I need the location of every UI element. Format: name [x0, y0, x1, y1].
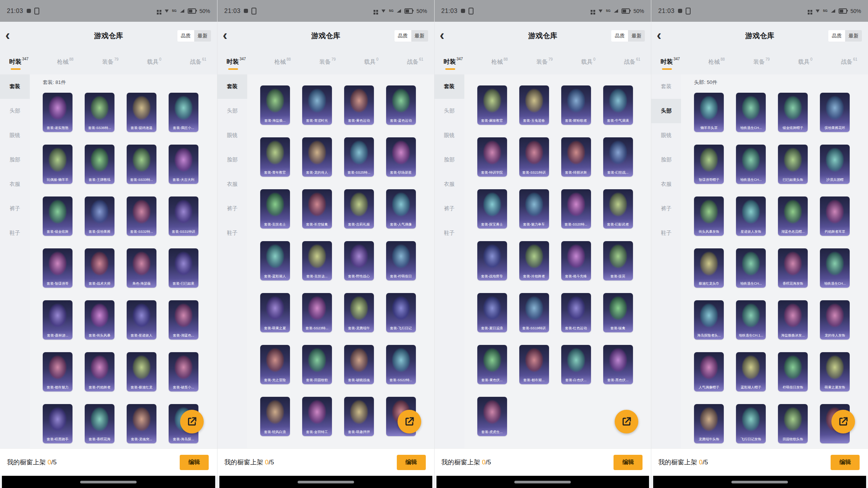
- item-card[interactable]: 镶金炫舞帽子: [778, 93, 808, 132]
- tab-weapons[interactable]: 枪械88: [491, 53, 509, 71]
- item-card[interactable]: 套装-龙腾端午: [344, 293, 374, 332]
- share-fab[interactable]: [615, 410, 638, 433]
- sort-latest-button[interactable]: 最新: [194, 30, 211, 42]
- item-card[interactable]: 玩偶服-懒羊羊: [43, 145, 72, 184]
- item-card[interactable]: 地铁逃生CH...: [736, 93, 766, 132]
- item-card[interactable]: 套装-青年教官: [260, 137, 290, 177]
- item-card[interactable]: 套装-SS36特...: [85, 93, 114, 132]
- sidebar-item-face[interactable]: 脸部: [217, 148, 247, 172]
- edit-button[interactable]: 编辑: [831, 455, 860, 470]
- item-card[interactable]: 套装-轻风白浪: [260, 397, 290, 436]
- item-card[interactable]: 套装-龙的传人: [302, 137, 332, 177]
- item-card[interactable]: 套装-麻辣教官: [477, 85, 507, 125]
- item-card[interactable]: 套装-大吉大利: [169, 145, 198, 184]
- item-card[interactable]: 湖蓝色名流帽...: [778, 196, 808, 236]
- item-card[interactable]: 套装-智谋强哥: [43, 248, 72, 288]
- item-card[interactable]: 套装-职场新星: [386, 137, 416, 177]
- item-card[interactable]: 套装-SS19特训: [519, 293, 549, 332]
- tab-gear[interactable]: 战备61: [840, 53, 858, 71]
- item-card[interactable]: 套装-极速红龙: [127, 352, 156, 391]
- sidebar-item-glasses[interactable]: 眼镜: [217, 123, 247, 148]
- tab-equipment[interactable]: 装备79: [319, 53, 337, 71]
- item-card[interactable]: 田园牧歌头饰: [778, 404, 808, 443]
- sidebar-item-face[interactable]: 脸部: [651, 148, 681, 172]
- item-card[interactable]: 套装-龙魂突...: [127, 404, 156, 443]
- tab-gear[interactable]: 战备61: [406, 53, 424, 71]
- item-card[interactable]: 套装-野性战心: [344, 241, 374, 280]
- sidebar-item-pants[interactable]: 裤子: [0, 196, 30, 221]
- item-card[interactable]: 飞行日记发饰: [736, 404, 766, 443]
- item-card[interactable]: 套装-特训学院: [477, 137, 507, 177]
- item-card[interactable]: 套装-夏日追浪: [477, 293, 507, 332]
- item-card[interactable]: 套装-街头风暴: [85, 300, 114, 340]
- item-card[interactable]: 套装-黄色伏...: [477, 345, 507, 384]
- item-card[interactable]: 套装-疯狂小...: [169, 93, 198, 132]
- edit-button[interactable]: 编辑: [614, 455, 643, 470]
- item-card[interactable]: 套装-牛气满满: [603, 85, 633, 125]
- item-card[interactable]: 套装-老实憨憨: [43, 93, 72, 132]
- sidebar-item-clothes[interactable]: 衣服: [651, 172, 681, 196]
- tab-weapons[interactable]: 枪械88: [707, 53, 725, 71]
- item-card[interactable]: 套装-骏鸡速递: [127, 93, 156, 132]
- item-card[interactable]: 套装-格斗先锋: [561, 241, 591, 280]
- item-card[interactable]: 沙漠兵团帽: [820, 145, 850, 184]
- item-card[interactable]: 套装-SS32特...: [127, 196, 156, 236]
- item-card[interactable]: 套装-金羽特工: [302, 397, 332, 436]
- tab-fashion[interactable]: 时装347: [660, 53, 681, 71]
- item-card[interactable]: 套装-萌黄之夏: [260, 293, 290, 332]
- item-card[interactable]: 缤纷果酱花环: [820, 93, 850, 132]
- sidebar-item-clothes[interactable]: 衣服: [0, 172, 30, 196]
- item-card[interactable]: 极速红龙头巾: [694, 248, 724, 288]
- tab-equipment[interactable]: 装备79: [101, 53, 119, 71]
- tab-fashion[interactable]: 时装347: [226, 53, 247, 71]
- item-card[interactable]: 灼焰舞者耳罩: [820, 196, 850, 236]
- sort-quality-button[interactable]: 品质: [395, 30, 411, 42]
- sort-quality-button[interactable]: 品质: [177, 30, 194, 42]
- share-fab[interactable]: [180, 410, 204, 433]
- back-button[interactable]: ‹: [657, 28, 661, 42]
- sidebar-item-head[interactable]: 头部: [435, 99, 464, 123]
- item-card[interactable]: 套装-青涩时光: [302, 85, 332, 125]
- sort-latest-button[interactable]: 最新: [845, 30, 862, 42]
- item-card[interactable]: 套装-战术大师: [85, 248, 114, 288]
- sidebar-item-sets[interactable]: 套装: [435, 74, 464, 99]
- back-button[interactable]: ‹: [440, 28, 444, 42]
- tab-vehicles[interactable]: 载具0: [580, 53, 596, 71]
- sidebar-item-sets[interactable]: 套装: [217, 74, 247, 99]
- item-card[interactable]: 套装-竞技达...: [302, 241, 332, 280]
- back-button[interactable]: ‹: [5, 28, 10, 42]
- tab-fashion[interactable]: 时装347: [443, 53, 464, 71]
- sort-latest-button[interactable]: 最新: [628, 30, 645, 42]
- item-card[interactable]: 套装-香槟花海: [85, 404, 114, 443]
- sidebar-item-face[interactable]: 脸部: [435, 148, 464, 172]
- sort-latest-button[interactable]: 最新: [411, 30, 428, 42]
- item-card[interactable]: 套装-冷焰舞者: [519, 241, 549, 280]
- item-card[interactable]: 套装-田园牧歌: [302, 345, 332, 384]
- item-card[interactable]: 地铁逃生CH...: [736, 145, 766, 184]
- sidebar-item-head[interactable]: 头部: [217, 99, 247, 123]
- item-card[interactable]: 套装-森林游...: [43, 300, 72, 340]
- item-card[interactable]: 套装-湖蓝色...: [169, 300, 198, 340]
- edit-button[interactable]: 编辑: [180, 455, 209, 470]
- sidebar-item-shoes[interactable]: 鞋子: [217, 221, 247, 245]
- item-card[interactable]: 套装-白色伏...: [561, 345, 591, 384]
- item-card[interactable]: 香槟花海发饰: [778, 248, 808, 288]
- item-card[interactable]: 套装-魅力单车: [519, 189, 549, 229]
- home-indicator[interactable]: [80, 481, 137, 483]
- sidebar-item-clothes[interactable]: 衣服: [217, 172, 247, 196]
- sidebar-item-glasses[interactable]: 眼镜: [435, 123, 464, 148]
- item-card[interactable]: 套装-SS25特...: [344, 137, 374, 177]
- item-card[interactable]: 人气偶像帽子: [694, 352, 724, 391]
- sidebar-item-sets[interactable]: 套装: [0, 74, 30, 99]
- item-card[interactable]: 套装-猛禽: [603, 293, 633, 332]
- tab-fashion[interactable]: 时装347: [8, 53, 29, 71]
- sidebar-item-pants[interactable]: 裤子: [435, 196, 464, 221]
- tab-equipment[interactable]: 装备79: [752, 53, 770, 71]
- sidebar-item-shoes[interactable]: 鞋子: [435, 221, 464, 245]
- item-card[interactable]: 地铁逃生CH.1...: [736, 300, 766, 340]
- sidebar-item-shoes[interactable]: 鞋子: [0, 221, 30, 245]
- item-card[interactable]: 套装-吉莉礼服: [344, 189, 374, 229]
- item-card[interactable]: 套装-SS31特训: [169, 196, 198, 236]
- share-fab[interactable]: [831, 410, 855, 433]
- item-card[interactable]: 套装-萌趣拌拌: [344, 397, 374, 436]
